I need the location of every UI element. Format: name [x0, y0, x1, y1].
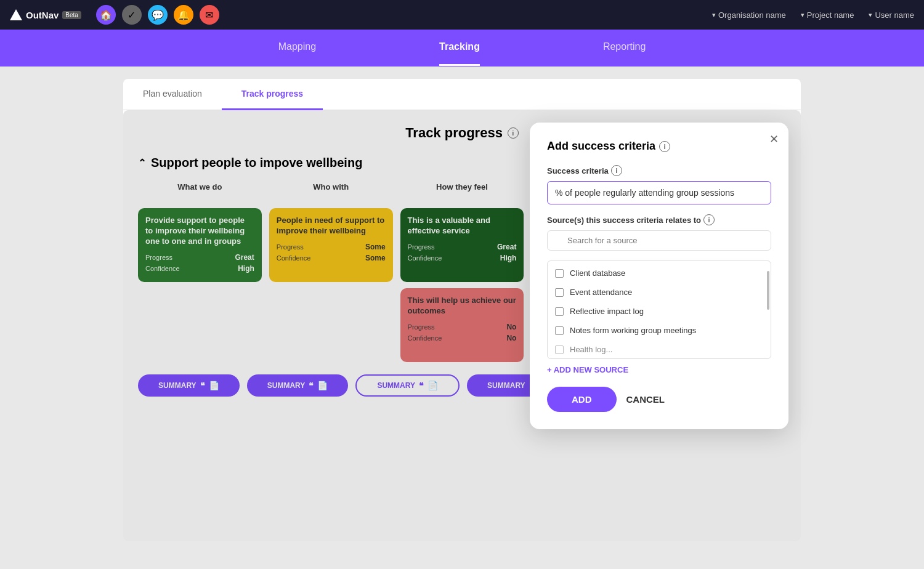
add-new-source-link[interactable]: + ADD NEW SOURCE — [547, 365, 771, 374]
app-logo: OutNav Beta — [10, 9, 81, 20]
source-label-event-attendance: Event attendance — [570, 288, 632, 297]
track-progress-area: Track progress i ⌃ Support people to imp… — [123, 110, 801, 541]
source-search-wrapper: 🔍 — [547, 230, 771, 256]
modal-title: Add success criteria i — [547, 140, 771, 153]
source-search-input[interactable] — [547, 230, 771, 251]
source-item-client-db[interactable]: Client database — [548, 264, 771, 283]
modal-actions: ADD CANCEL — [547, 387, 771, 412]
source-checkbox-client-db[interactable] — [555, 269, 564, 278]
nav-icon-group: 🏠 ✓ 💬 🔔 ✉ — [96, 5, 219, 25]
nav-mapping[interactable]: Mapping — [278, 41, 316, 55]
project-label: Project name — [807, 10, 854, 20]
org-dropdown[interactable]: Organisation name — [712, 10, 786, 20]
source-label-client-db: Client database — [570, 268, 625, 278]
mail-nav-icon[interactable]: ✉ — [200, 5, 219, 25]
source-label-working-group: Notes form working group meetings — [570, 326, 696, 335]
chat-nav-icon[interactable]: 💬 — [148, 5, 168, 25]
project-dropdown[interactable]: Project name — [801, 10, 854, 20]
main-content: Plan evaluation Track progress Track pro… — [105, 67, 819, 554]
modal-close-button[interactable]: ✕ — [769, 132, 779, 146]
nav-tracking[interactable]: Tracking — [439, 41, 480, 55]
source-checkbox-reflective-log[interactable] — [555, 307, 564, 316]
modal-title-info-icon[interactable]: i — [659, 141, 670, 152]
user-label: User name — [875, 10, 914, 20]
inner-tab-bar: Plan evaluation Track progress — [123, 79, 801, 110]
org-label: Organisation name — [718, 10, 786, 20]
user-dropdown[interactable]: User name — [869, 10, 914, 20]
scrollbar-indicator — [767, 271, 769, 310]
nav-right-dropdowns: Organisation name Project name User name — [712, 10, 914, 20]
source-item-working-group[interactable]: Notes form working group meetings — [548, 321, 771, 340]
source-item-health-log[interactable]: Health log... — [548, 340, 771, 359]
source-item-reflective-log[interactable]: Reflective impact log — [548, 302, 771, 321]
alert-nav-icon[interactable]: 🔔 — [174, 5, 193, 25]
top-navigation: OutNav Beta 🏠 ✓ 💬 🔔 ✉ Organisation name … — [0, 0, 924, 30]
source-checkbox-health-log[interactable] — [555, 345, 564, 354]
source-item-event-attendance[interactable]: Event attendance — [548, 283, 771, 302]
sources-list: Client database Event attendance Reflect… — [547, 260, 771, 359]
check-nav-icon[interactable]: ✓ — [122, 5, 142, 25]
beta-badge: Beta — [62, 11, 81, 19]
source-checkbox-working-group[interactable] — [555, 326, 564, 335]
source-label-health-log: Health log... — [570, 345, 612, 354]
modal-overlay: ✕ Add success criteria i Success criteri… — [123, 110, 801, 541]
source-checkbox-event-attendance[interactable] — [555, 288, 564, 297]
nav-reporting[interactable]: Reporting — [603, 41, 646, 55]
tab-plan-evaluation[interactable]: Plan evaluation — [123, 79, 222, 110]
app-name: OutNav — [26, 10, 59, 20]
secondary-navigation: Mapping Tracking Reporting — [0, 30, 924, 67]
modal-cancel-button[interactable]: CANCEL — [626, 394, 665, 405]
modal-add-button[interactable]: ADD — [547, 387, 617, 412]
tab-track-progress[interactable]: Track progress — [222, 79, 323, 110]
source-label-reflective-log: Reflective impact log — [570, 307, 644, 316]
home-nav-icon[interactable]: 🏠 — [96, 5, 116, 25]
success-criteria-info-icon[interactable]: i — [611, 165, 622, 176]
success-criteria-input[interactable] — [547, 181, 771, 204]
add-success-criteria-modal: ✕ Add success criteria i Success criteri… — [530, 123, 788, 429]
sources-info-icon[interactable]: i — [703, 214, 715, 225]
sources-label: Source(s) this success criteria relates … — [547, 214, 771, 225]
success-criteria-label: Success criteria i — [547, 165, 771, 176]
logo-icon — [10, 9, 22, 20]
